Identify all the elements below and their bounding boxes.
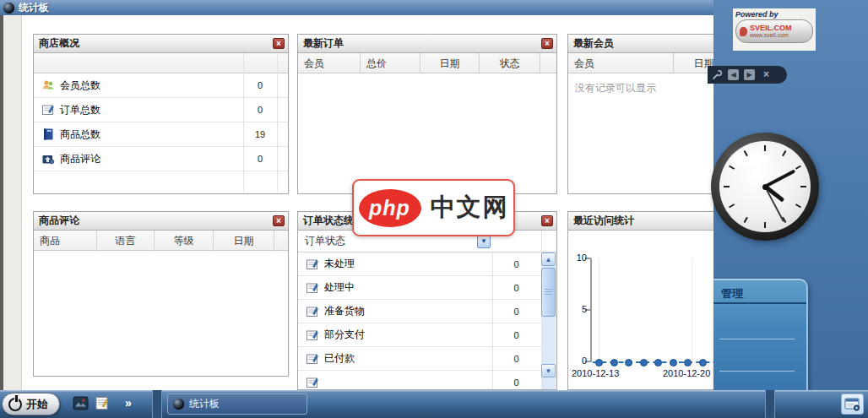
close-icon[interactable]: × <box>763 69 769 80</box>
quicklaunch-notepad-icon[interactable] <box>95 396 110 410</box>
panel-latest-members-header[interactable]: 最新会员 × <box>568 35 713 53</box>
close-icon[interactable]: × <box>541 215 553 226</box>
wrench-icon[interactable] <box>712 69 723 80</box>
widget-mini-toolbar: ◀ ▶ × <box>708 66 787 84</box>
close-icon[interactable]: × <box>273 215 285 226</box>
panel-visit-stats: 最近访问统计 × 10 5 0 2010-12-13 2010-12-20 <box>567 211 713 390</box>
start-label: 开始 <box>26 397 48 412</box>
taskbar-task-button[interactable]: 统计板 <box>167 394 307 415</box>
prev-arrow-icon[interactable]: ◀ <box>728 69 739 80</box>
quicklaunch-overflow-chevron[interactable]: » <box>125 396 132 410</box>
management-widget: 管理 <box>713 279 808 390</box>
order-status-value: 0 <box>492 259 540 269</box>
note-icon <box>306 258 319 271</box>
scroll-down-icon[interactable]: ▼ <box>541 364 556 377</box>
next-arrow-icon[interactable]: ▶ <box>744 69 755 80</box>
panel-order-status: 订单状态统计 × 订单状态 ▼ 未处理 0 处理中 0 <box>297 211 557 390</box>
management-widget-title: 管理 <box>721 287 743 300</box>
order-status-label: 部分支付 <box>324 328 365 342</box>
tray-window-gear-icon <box>844 397 861 412</box>
column-header[interactable]: 商品 <box>34 231 97 251</box>
stat-value: 0 <box>243 154 277 164</box>
panel-title: 商品评论 <box>39 214 79 228</box>
column-header[interactable]: 日期 <box>420 53 480 73</box>
column-header[interactable]: 语言 <box>97 231 155 251</box>
order-status-label: 准备货物 <box>324 304 365 318</box>
chart-data-point <box>699 359 707 366</box>
reviews-icon <box>41 152 55 166</box>
column-header[interactable]: 日期 <box>214 231 274 251</box>
scrollbar-thumb[interactable] <box>541 268 556 317</box>
column-header[interactable]: 总价 <box>361 53 420 73</box>
panel-product-reviews: 商品评论 × 商品 语言 等级 日期 <box>33 211 289 377</box>
power-icon <box>8 398 22 411</box>
close-icon[interactable]: × <box>273 38 285 49</box>
order-status-value: 0 <box>492 377 540 388</box>
banner-url: www.sveil.com <box>750 32 792 39</box>
chart-series-line <box>593 361 713 363</box>
note-icon <box>306 281 319 295</box>
clock-widget <box>711 133 819 241</box>
banner-link[interactable]: SVEIL.COM www.sveil.com <box>735 19 813 43</box>
banner-title: SVEIL.COM <box>750 24 792 32</box>
order-status-row: 处理中 0 <box>298 276 542 300</box>
column-header[interactable]: 等级 <box>155 231 214 251</box>
product-reviews-columns: 商品 语言 等级 日期 <box>34 231 288 251</box>
chart-data-point <box>654 359 662 366</box>
stat-row: 会员总数 0 <box>34 73 288 98</box>
scroll-up-icon[interactable]: ▲ <box>541 252 556 266</box>
column-header[interactable]: 会员 <box>568 53 674 73</box>
panel-shop-overview-header[interactable]: 商店概况 × <box>34 35 288 53</box>
latest-orders-columns: 会员 总价 日期 状态 <box>298 53 556 73</box>
panel-shop-overview: 商店概况 × 会员总数 0 订单总数 0 商品总数 <box>33 34 289 194</box>
panel-title: 最新会员 <box>573 36 614 51</box>
order-status-row: 已付款 0 <box>298 347 542 371</box>
panel-product-reviews-header[interactable]: 商品评论 × <box>34 212 288 231</box>
chart-data-point <box>595 359 603 366</box>
management-widget-header[interactable]: 管理 <box>713 280 806 304</box>
stat-row: 订单总数 0 <box>34 98 288 122</box>
column-header[interactable]: 状态 <box>480 53 540 73</box>
order-status-label: 已付款 <box>324 351 355 366</box>
order-status-row: 准备货物 0 <box>298 300 542 323</box>
panel-latest-members: 最新会员 × 会员 日期 没有记录可以显示 <box>567 34 713 194</box>
window-title: 统计板 <box>19 1 49 15</box>
window-titlebar[interactable]: 统计板 <box>0 0 713 15</box>
close-icon[interactable]: × <box>541 38 553 49</box>
note-icon <box>306 305 319 318</box>
left-gutter <box>3 15 22 390</box>
order-status-label: 处理中 <box>324 280 355 295</box>
order-status-row: 未处理 0 <box>298 252 542 276</box>
panel-title: 商店概况 <box>39 36 79 51</box>
scrollbar[interactable]: ▲ ▼ <box>541 252 556 389</box>
clock-minute-hand <box>764 169 795 187</box>
panel-visit-stats-header[interactable]: 最近访问统计 × <box>568 212 713 231</box>
x-tick-label: 2010-12-13 <box>572 368 619 378</box>
stat-label: 商品评论 <box>60 152 100 166</box>
start-button[interactable]: 开始 <box>2 393 60 415</box>
latest-members-columns: 会员 日期 <box>568 53 713 73</box>
chart-data-point <box>625 359 632 366</box>
app-globe-icon <box>173 399 184 410</box>
tray-icon[interactable] <box>841 394 864 415</box>
stat-label: 会员总数 <box>60 79 100 93</box>
panel-latest-orders-header[interactable]: 最新订单 × <box>298 35 556 53</box>
stat-row: 商品总数 19 <box>34 122 288 147</box>
chart-data-point <box>610 359 618 366</box>
order-status-value: 0 <box>492 354 540 364</box>
panel-latest-orders: 最新订单 × 会员 总价 日期 状态 <box>297 34 557 194</box>
stat-label: 订单总数 <box>60 103 100 117</box>
stat-row: 商品评论 0 <box>34 147 288 171</box>
y-tick-label: 5 <box>568 304 587 314</box>
clock-face <box>719 141 811 232</box>
stat-value: 19 <box>243 129 277 139</box>
order-status-value: 0 <box>492 330 540 340</box>
chevron-down-icon[interactable]: ▼ <box>477 235 491 248</box>
orders-icon <box>41 103 55 117</box>
stat-label: 商品总数 <box>60 128 100 142</box>
column-header[interactable]: 会员 <box>298 53 361 73</box>
stat-value: 0 <box>243 80 277 90</box>
y-tick-label: 0 <box>568 356 587 366</box>
watermark-site-text: 中文网 <box>431 191 509 225</box>
quicklaunch-image-icon[interactable] <box>73 396 89 410</box>
